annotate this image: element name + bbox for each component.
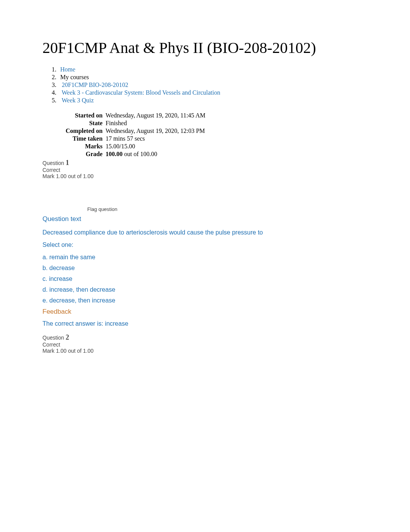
question-2-label: Question: [42, 335, 66, 341]
grade-label: Grade: [66, 150, 106, 158]
question-1-text: Decreased compliance due to arterioscler…: [42, 229, 368, 236]
option-b[interactable]: b. decrease: [42, 265, 368, 272]
breadcrumb-item-home: Home: [58, 66, 368, 73]
question-2-status: Correct: [42, 342, 60, 348]
question-1-number: 1: [66, 159, 69, 167]
breadcrumb: Home My courses 20F1CMP BIO-208-20102 We…: [50, 66, 368, 104]
attempt-summary-table: Started on Wednesday, August 19, 2020, 1…: [66, 112, 205, 158]
option-a[interactable]: a. remain the same: [42, 254, 368, 261]
state-value: Finished: [106, 119, 205, 127]
question-1-label: Question: [42, 160, 66, 166]
question-1-text-heading: Question text: [42, 215, 368, 223]
feedback-heading: Feedback: [42, 308, 368, 316]
question-2-number: 2: [66, 333, 69, 341]
question-1-mark: Mark 1.00 out of 1.00: [42, 173, 93, 179]
state-label: State: [66, 119, 106, 127]
home-link[interactable]: Home: [60, 66, 75, 73]
marks-value: 15.00/15.00: [106, 143, 205, 150]
breadcrumb-item-mycourses: My courses: [58, 74, 368, 81]
time-taken-value: 17 mins 57 secs: [106, 135, 205, 143]
breadcrumb-item-course: 20F1CMP BIO-208-20102: [58, 82, 368, 88]
mycourses-text: My courses: [60, 74, 89, 80]
question-1-info: Question 1 Correct Mark 1.00 out of 1.00: [42, 159, 368, 179]
grade-number: 100.00: [106, 151, 123, 157]
completed-on-label: Completed on: [66, 127, 106, 135]
week-link[interactable]: Week 3 - Cardiovascular System: Blood Ve…: [62, 89, 220, 96]
course-link[interactable]: 20F1CMP BIO-208-20102: [62, 82, 128, 88]
question-1-status: Correct: [42, 167, 60, 173]
started-on-label: Started on: [66, 112, 106, 119]
marks-label: Marks: [66, 143, 106, 150]
select-one-label: Select one:: [42, 241, 368, 248]
completed-on-value: Wednesday, August 19, 2020, 12:03 PM: [106, 127, 205, 135]
question-2-info: Question 2 Correct Mark 1.00 out of 1.00: [42, 333, 368, 354]
grade-value: 100.00 out of 100.00: [106, 150, 205, 158]
quiz-link[interactable]: Week 3 Quiz: [62, 97, 94, 104]
option-c[interactable]: c. increase: [42, 275, 368, 282]
breadcrumb-item-quiz: Week 3 Quiz: [58, 97, 368, 104]
question-1-options: a. remain the same b. decrease c. increa…: [42, 254, 368, 304]
started-on-value: Wednesday, August 19, 2020, 11:45 AM: [106, 112, 205, 119]
time-taken-label: Time taken: [66, 135, 106, 143]
breadcrumb-item-week: Week 3 - Cardiovascular System: Blood Ve…: [58, 89, 368, 96]
page-title: 20F1CMP Anat & Phys II (BIO-208-20102): [42, 39, 368, 57]
question-2-mark: Mark 1.00 out of 1.00: [42, 348, 93, 354]
flag-question-1[interactable]: Flag question: [87, 206, 368, 212]
option-d[interactable]: d. increase, then decrease: [42, 286, 368, 293]
grade-suffix: out of 100.00: [123, 151, 158, 157]
option-e[interactable]: e. decrease, then increase: [42, 297, 368, 304]
feedback-text: The correct answer is: increase: [42, 320, 368, 327]
